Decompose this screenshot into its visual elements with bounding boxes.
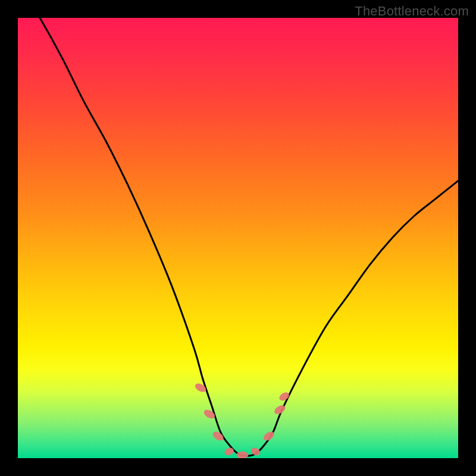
curve-marker <box>193 381 207 393</box>
curve-marker <box>202 408 216 420</box>
bottleneck-curve <box>18 18 458 458</box>
curve-marker <box>278 391 291 403</box>
watermark-text: TheBottleneck.com <box>355 4 469 19</box>
chart-frame: TheBottleneck.com <box>0 0 476 476</box>
curve-path <box>18 18 458 456</box>
plot-area <box>18 18 458 458</box>
curve-marker <box>223 446 235 457</box>
curve-marker <box>236 452 248 458</box>
